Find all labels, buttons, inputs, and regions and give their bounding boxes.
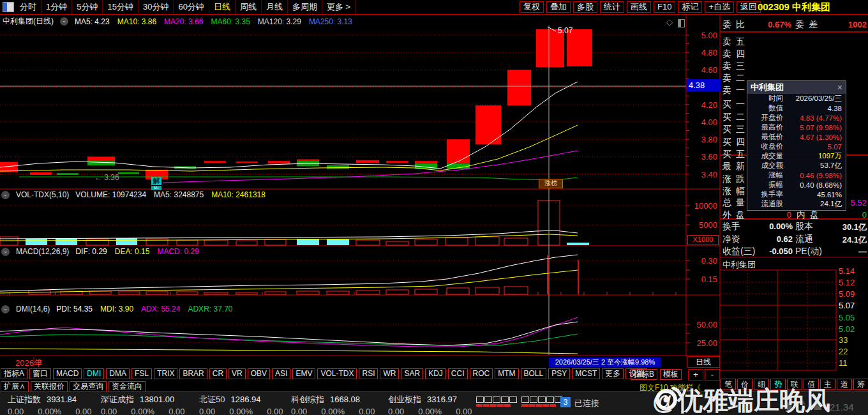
popup-row-value: 1097万 <box>783 151 846 161</box>
rp-tab-细[interactable]: 细 <box>754 379 769 390</box>
tab-RSI[interactable]: RSI <box>359 368 378 379</box>
tab-指标A[interactable]: 指标A <box>1 368 27 379</box>
tab-BRAR[interactable]: BRAR <box>179 368 207 379</box>
menu-button-复权[interactable]: 复权 <box>520 1 544 13</box>
menu-item-更多 >[interactable]: 更多 > <box>322 0 355 14</box>
m-plus-badge[interactable]: M+ <box>151 186 161 190</box>
popup-row: 成交额53.7亿 <box>747 161 846 170</box>
menu-button-统计[interactable]: 统计 <box>600 1 624 13</box>
close-icon[interactable]: × <box>837 83 842 92</box>
tab-CCI[interactable]: CCI <box>448 368 468 379</box>
menu-button-F10[interactable]: F10 <box>654 1 675 13</box>
period-selector[interactable]: 日线 <box>687 356 720 368</box>
menu-button-叠加[interactable]: 叠加 <box>546 1 571 13</box>
menu-item-多周期[interactable]: 多周期 <box>288 0 322 14</box>
menu-item-5分钟[interactable]: 5分钟 <box>72 0 103 14</box>
rp-tab-价[interactable]: 价 <box>737 379 752 390</box>
tab-BOLL[interactable]: BOLL <box>521 368 547 379</box>
zoom-out-button[interactable]: - <box>705 369 720 381</box>
index-quote-北证50[interactable]: 北证501286.940.000.00%0.00 <box>199 394 295 415</box>
popup-header[interactable]: 中利集团 × <box>747 81 846 94</box>
index-name: 深证成指 <box>101 395 134 404</box>
tab-ASI[interactable]: ASI <box>272 368 290 379</box>
index-change-value: 0.00% <box>229 407 253 415</box>
popup-row-label: 流通股 <box>747 199 783 209</box>
menu-item-月线[interactable]: 月线 <box>262 0 288 14</box>
tab-VOL-TDX[interactable]: VOL-TDX <box>317 368 357 379</box>
tab-MCST[interactable]: MCST <box>572 368 600 379</box>
diamond-icon[interactable]: ◇ <box>666 17 673 27</box>
mini-chart-title: 中利集团 <box>722 259 756 271</box>
tab-TRIX[interactable]: TRIX <box>154 368 177 379</box>
popup-row-label: 成交量 <box>747 151 783 161</box>
menu-item-15分钟[interactable]: 15分钟 <box>103 0 138 14</box>
index-name-line: 科创综指1668.08 <box>291 394 387 405</box>
stock-code-title: 002309 中利集团 <box>720 0 868 13</box>
tab-MTM[interactable]: MTM <box>495 368 518 379</box>
rp-tab-筹[interactable]: 筹 <box>853 379 868 390</box>
tab-指标B[interactable]: 指标B <box>631 369 657 380</box>
menu-button-标记[interactable]: 标记 <box>678 1 702 13</box>
tab-FSL[interactable]: FSL <box>131 368 152 379</box>
tab-CR[interactable]: CR <box>209 368 227 379</box>
tab-模板[interactable]: 模板 <box>660 369 682 380</box>
tab-DMA[interactable]: DMA <box>106 368 130 379</box>
index-quote-创业板指[interactable]: 创业板指3316.970.000.00%0.00 <box>388 394 484 415</box>
menu-item-1分钟[interactable]: 1分钟 <box>41 0 72 14</box>
tab-资金流向[interactable]: 资金流向 <box>108 381 146 392</box>
collapse-icon[interactable]: ⌄ <box>60 17 68 26</box>
tab-VR[interactable]: VR <box>228 368 246 379</box>
tab-EMV[interactable]: EMV <box>292 368 315 379</box>
rp-tab-主[interactable]: 主 <box>820 379 835 390</box>
panel-split-icon[interactable] <box>678 19 685 27</box>
menu-item-30分钟[interactable]: 30分钟 <box>138 0 174 14</box>
tab-OBV[interactable]: OBV <box>248 368 270 379</box>
rp-tab-势[interactable]: 势 <box>770 379 786 390</box>
collapse-icon[interactable]: ⌄ <box>1 191 10 199</box>
collapse-icon[interactable]: ⌄ <box>1 305 10 313</box>
index-quote-科创综指[interactable]: 科创综指1668.080.000.00%0.00 <box>291 394 387 415</box>
tab-PSY[interactable]: PSY <box>548 368 570 379</box>
mini-tick: 5.05 <box>839 313 867 322</box>
zoom-in-button[interactable]: + <box>688 369 703 381</box>
rp-tab-笔[interactable]: 笔 <box>721 379 736 390</box>
popup-row-value: 4.67 (1.30%) <box>783 133 846 141</box>
menu-item-周线[interactable]: 周线 <box>236 0 262 14</box>
tab-窗口[interactable]: 窗口 <box>29 368 51 379</box>
rp-tab-联[interactable]: 联 <box>787 379 802 390</box>
popup-row-label: 最低价 <box>747 132 783 142</box>
tab-KDJ[interactable]: KDJ <box>425 368 446 379</box>
buy-row-label: 买二 <box>722 112 749 123</box>
tab-WR[interactable]: WR <box>380 368 399 379</box>
progress-box <box>538 396 546 403</box>
menu-item-60分钟[interactable]: 60分钟 <box>174 0 209 14</box>
collapse-icon[interactable]: ⌄ <box>1 248 10 256</box>
tab-关联报价[interactable]: 关联报价 <box>31 381 68 392</box>
window-toggle-icon[interactable] <box>3 2 14 12</box>
tab-DMI[interactable]: DMI <box>84 368 104 379</box>
dmi-value-label: ADXR: 37.70 <box>188 305 232 313</box>
rp-tab-值[interactable]: 值 <box>804 379 819 390</box>
tab-ROC[interactable]: ROC <box>470 368 493 379</box>
menu-item-日线[interactable]: 日线 <box>209 0 236 14</box>
tab-扩展∧[interactable]: 扩展∧ <box>1 381 29 392</box>
index-quote-深证成指[interactable]: 深证成指13801.000.000.00%0.00 <box>101 394 197 415</box>
popup-row: 最高价5.07 (9.98%) <box>747 123 846 132</box>
price-tick: 5.00 <box>691 31 717 40</box>
limit-up-board-badge[interactable]: 涨榜 <box>539 179 563 188</box>
popup-row-label: 收盘价 <box>747 142 783 151</box>
tab-SAR[interactable]: SAR <box>401 368 423 379</box>
tab-更多[interactable]: 更多 <box>602 368 624 379</box>
index-quote-上证指数[interactable]: 上证指数3931.840.000.00%0.00 <box>8 394 103 415</box>
rp-tab-道[interactable]: 道 <box>837 379 852 390</box>
connection-count-badge[interactable]: 3 <box>560 397 571 407</box>
menu-item-分时[interactable]: 分时 <box>15 0 41 14</box>
quote-row-value: 0 <box>760 210 791 220</box>
jie-signal-badge[interactable]: 解 <box>151 177 161 185</box>
menu-button-多股[interactable]: 多股 <box>573 1 597 13</box>
tab-MACD[interactable]: MACD <box>53 368 82 379</box>
tab-交易查询[interactable]: 交易查询 <box>70 381 107 392</box>
popup-row-label: 振幅 <box>747 180 783 190</box>
popup-row: 数值4.38 <box>747 103 846 113</box>
menu-button-画线[interactable]: 画线 <box>627 1 651 13</box>
